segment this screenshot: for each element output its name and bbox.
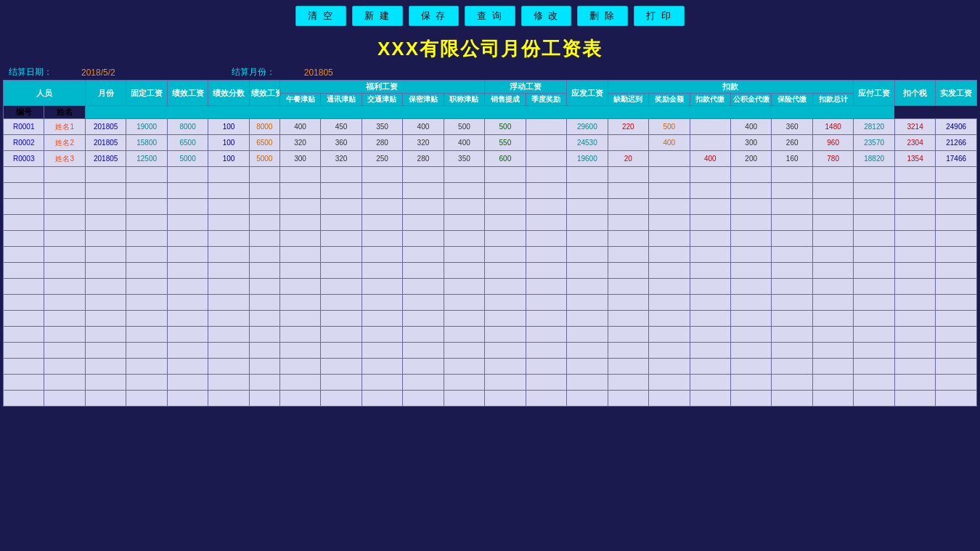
table-cell-empty (249, 167, 279, 183)
table-row: R0002姓名220180515800650010065003203602803… (4, 135, 977, 151)
table-row-empty (4, 263, 977, 279)
jiesuan-month-value: 201805 (304, 68, 333, 78)
header-qd: 缺勤迟到 (608, 94, 648, 106)
table-cell-empty (608, 263, 648, 279)
table-cell-empty (249, 295, 279, 311)
table-cell-empty (690, 183, 730, 199)
table-cell-empty (649, 311, 690, 327)
header-gjj: 公积金代缴 (730, 94, 771, 106)
table-cell: 6500 (167, 135, 208, 151)
salary-table-wrapper: 人员 月份 固定工资 绩效工资 绩效分数 绩效工资金额 福利工资 浮动工资 应发… (3, 80, 977, 407)
table-cell-empty (208, 311, 249, 327)
save-button[interactable]: 保 存 (409, 6, 460, 26)
print-button[interactable]: 打 印 (634, 6, 685, 26)
table-cell-empty (208, 247, 249, 263)
table-cell-empty (208, 199, 249, 215)
table-cell-empty (249, 391, 279, 407)
table-cell-empty (279, 295, 320, 311)
table-cell-empty (526, 199, 566, 215)
table-cell-empty (690, 247, 730, 263)
table-cell-empty (126, 279, 167, 295)
table-cell-empty (730, 343, 771, 359)
table-cell-empty (4, 263, 44, 279)
table-cell-empty (567, 199, 608, 215)
table-cell-empty (526, 343, 566, 359)
table-cell-empty (894, 215, 935, 231)
table-cell-empty (279, 391, 320, 407)
table-cell-empty (485, 359, 526, 375)
table-cell-empty (730, 199, 771, 215)
table-cell-empty (526, 231, 566, 247)
table-cell-empty (936, 359, 977, 375)
new-button[interactable]: 新 建 (352, 6, 403, 26)
table-cell-empty (85, 231, 126, 247)
table-cell-empty (4, 199, 44, 215)
table-cell-empty (321, 231, 362, 247)
table-cell-empty (167, 295, 208, 311)
table-cell-empty (85, 263, 126, 279)
table-cell-empty (167, 183, 208, 199)
edit-button[interactable]: 修 改 (521, 6, 572, 26)
table-cell-empty (485, 215, 526, 231)
table-cell-empty (85, 375, 126, 391)
table-cell-empty (403, 183, 444, 199)
table-cell-empty (249, 183, 279, 199)
table-cell-empty (730, 391, 771, 407)
table-cell-empty (730, 183, 771, 199)
delete-button[interactable]: 删 除 (577, 6, 628, 26)
table-cell-empty (44, 375, 85, 391)
table-cell-empty (772, 183, 812, 199)
table-cell-empty (936, 375, 977, 391)
query-button[interactable]: 查 询 (465, 6, 515, 26)
table-cell-empty (690, 231, 730, 247)
table-cell-empty (279, 327, 320, 343)
table-cell-empty (321, 199, 362, 215)
table-cell-empty (772, 311, 812, 327)
table-row-empty (4, 199, 977, 215)
table-cell: 6500 (249, 135, 279, 151)
table-cell-empty (444, 215, 484, 231)
table-cell-empty (126, 263, 167, 279)
table-cell-empty (362, 391, 402, 407)
table-cell-empty (730, 279, 771, 295)
table-cell-empty (812, 231, 853, 247)
table-cell-empty (608, 391, 648, 407)
table-cell: 550 (485, 135, 526, 151)
table-cell-empty (126, 167, 167, 183)
table-cell-empty (690, 279, 730, 295)
table-cell-empty (279, 247, 320, 263)
table-cell-empty (894, 167, 935, 183)
table-cell-empty (649, 391, 690, 407)
table-cell: 500 (485, 119, 526, 135)
table-cell-empty (126, 199, 167, 215)
table-cell-empty (772, 375, 812, 391)
table-cell-empty (567, 359, 608, 375)
table-cell: 320 (403, 135, 444, 151)
table-cell-empty (85, 327, 126, 343)
table-cell-empty (812, 359, 853, 375)
table-cell (690, 119, 730, 135)
table-cell: 17466 (936, 151, 977, 167)
table-cell-empty (44, 247, 85, 263)
table-cell-empty (526, 183, 566, 199)
table-cell-empty (44, 231, 85, 247)
table-cell-empty (444, 359, 484, 375)
table-row-empty (4, 183, 977, 199)
table-cell-empty (730, 375, 771, 391)
table-cell-empty (362, 183, 402, 199)
table-cell-empty (4, 231, 44, 247)
table-cell-empty (936, 295, 977, 311)
table-cell-empty (321, 359, 362, 375)
table-cell-empty (85, 183, 126, 199)
table-cell: 350 (362, 119, 402, 135)
clear-button[interactable]: 清 空 (295, 6, 346, 26)
table-cell: 280 (403, 151, 444, 167)
table-cell: 780 (812, 151, 853, 167)
table-cell-empty (608, 183, 648, 199)
table-row-empty (4, 231, 977, 247)
table-row-empty (4, 327, 977, 343)
table-cell-empty (403, 167, 444, 183)
table-cell-empty (649, 199, 690, 215)
table-cell-empty (812, 167, 853, 183)
table-cell: 2304 (894, 135, 935, 151)
